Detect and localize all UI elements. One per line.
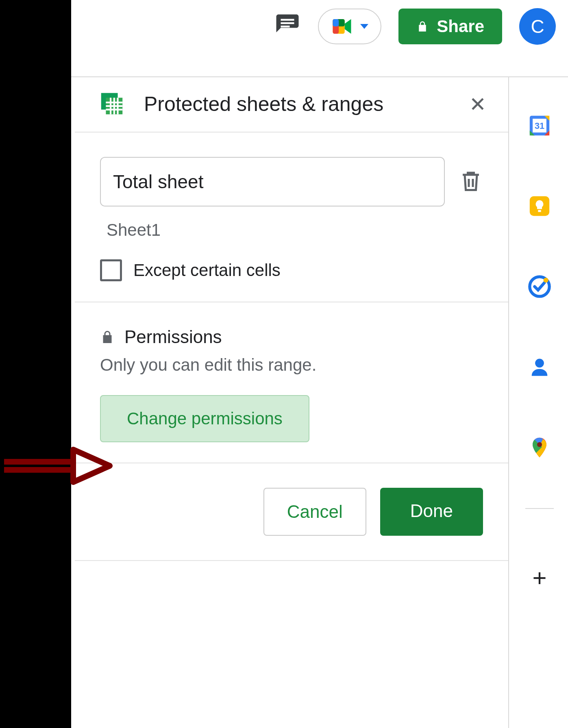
svg-text:31: 31 (535, 121, 544, 131)
rail-divider (525, 508, 554, 509)
google-meet-icon (331, 15, 353, 37)
protected-ranges-panel: Protected sheets & ranges ✕ Sheet1 Excep… (75, 77, 509, 728)
tasks-icon (528, 275, 551, 298)
permissions-description: Only you can edit this range. (100, 355, 483, 375)
meet-button[interactable] (318, 9, 381, 44)
svg-rect-1 (281, 22, 294, 24)
lock-icon (100, 329, 115, 345)
checkbox-icon (100, 259, 122, 281)
svg-rect-21 (538, 210, 541, 212)
permissions-heading: Permissions (124, 327, 222, 347)
trash-icon (459, 169, 483, 193)
cancel-button[interactable]: Cancel (263, 488, 366, 536)
sub-sheet-label: Sheet1 (100, 220, 483, 240)
top-bar: Share C (71, 0, 568, 77)
calendar-icon: 31 (528, 114, 551, 137)
contacts-button[interactable] (528, 355, 551, 379)
comment-icon (274, 12, 301, 39)
sheets-icon (98, 89, 126, 120)
except-cells-checkbox[interactable]: Except certain cells (100, 259, 483, 281)
maps-button[interactable] (528, 436, 551, 459)
delete-button[interactable] (459, 169, 483, 195)
svg-point-23 (544, 278, 548, 283)
svg-point-24 (535, 359, 544, 367)
change-permissions-button[interactable]: Change permissions (100, 395, 309, 442)
svg-rect-0 (281, 19, 294, 21)
share-button[interactable]: Share (398, 9, 502, 44)
keep-icon (528, 194, 551, 218)
svg-rect-2 (281, 26, 290, 27)
chevron-down-icon (360, 24, 368, 29)
done-button[interactable]: Done (380, 488, 483, 536)
left-black-strip (0, 0, 71, 728)
tasks-button[interactable] (528, 275, 551, 298)
side-addons-rail: 31 + (511, 77, 568, 728)
account-avatar[interactable]: C (519, 8, 556, 45)
range-section: Sheet1 Except certain cells (75, 133, 508, 302)
calendar-button[interactable]: 31 (528, 114, 551, 137)
avatar-initial: C (531, 15, 544, 37)
svg-rect-6 (333, 19, 339, 26)
plus-icon: + (532, 564, 546, 591)
share-label: Share (437, 17, 484, 36)
panel-header: Protected sheets & ranges ✕ (75, 77, 508, 133)
maps-pin-icon (528, 436, 551, 459)
protection-name-input[interactable] (100, 157, 445, 206)
close-button[interactable]: ✕ (462, 91, 494, 118)
svg-point-25 (537, 442, 542, 447)
keep-button[interactable] (528, 194, 551, 218)
comments-button[interactable] (274, 12, 301, 41)
except-cells-label: Except certain cells (133, 261, 281, 280)
lock-icon (416, 20, 429, 33)
person-icon (528, 355, 551, 379)
permissions-section: Permissions Only you can edit this range… (75, 302, 508, 463)
panel-title: Protected sheets & ranges (144, 93, 462, 116)
get-addons-button[interactable]: + (532, 566, 546, 590)
close-icon: ✕ (469, 93, 486, 116)
panel-footer: Cancel Done (75, 463, 508, 561)
